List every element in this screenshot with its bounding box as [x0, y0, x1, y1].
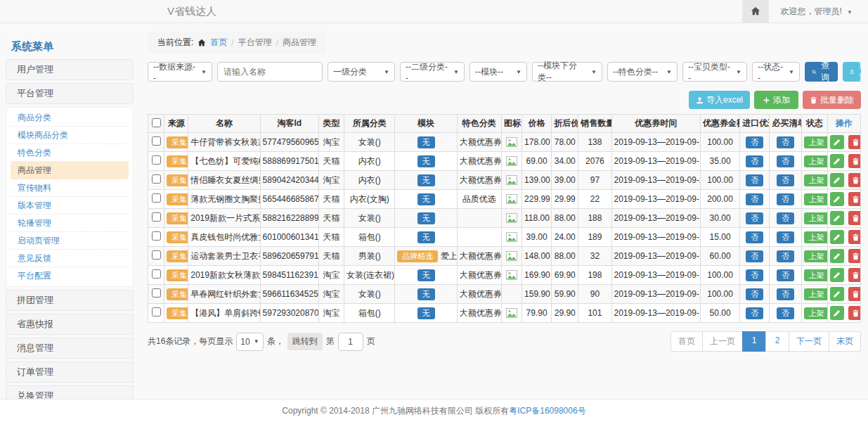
- imported-toggle[interactable]: 否: [746, 136, 763, 148]
- sidebar-item-carousel-management[interactable]: 轮播管理: [11, 215, 129, 232]
- module-badge[interactable]: 品牌精选: [397, 250, 438, 262]
- sidebar-item-version-management[interactable]: 版本管理: [11, 197, 129, 215]
- module-subcategory-select[interactable]: --模块下分类--▼: [532, 62, 602, 82]
- delete-button[interactable]: [848, 154, 860, 168]
- status-badge[interactable]: 上架: [804, 193, 828, 205]
- imported-toggle[interactable]: 否: [746, 193, 763, 205]
- status-badge[interactable]: 上架: [804, 269, 828, 281]
- user-menu[interactable]: 欢迎您，管理员! ▼: [769, 6, 868, 18]
- delete-button[interactable]: [848, 249, 860, 263]
- sidebar-item-promo-materials[interactable]: 宣传物料: [11, 179, 129, 197]
- sidebar-item-feedback[interactable]: 意见反馈: [11, 250, 129, 267]
- batch-delete-button[interactable]: 批量删除: [803, 91, 861, 109]
- edit-button[interactable]: [830, 306, 844, 320]
- imported-toggle[interactable]: 否: [746, 212, 763, 224]
- module-badge[interactable]: 无: [417, 269, 435, 281]
- status-badge[interactable]: 上架: [804, 250, 828, 262]
- edit-button[interactable]: [830, 135, 844, 149]
- sidebar-item-groupbuy-management[interactable]: 拼团管理: [6, 290, 134, 311]
- last-page-button[interactable]: 末页: [829, 331, 861, 352]
- module-badge[interactable]: 无: [417, 212, 435, 224]
- imported-toggle[interactable]: 否: [746, 288, 763, 300]
- module-select[interactable]: --模块--▼: [469, 62, 527, 82]
- module-badge[interactable]: 无: [417, 136, 435, 148]
- row-checkbox[interactable]: [152, 174, 161, 184]
- import-excel-button[interactable]: 导入excel: [689, 91, 750, 109]
- jump-page-input[interactable]: [338, 333, 363, 351]
- module-badge[interactable]: 无: [417, 307, 435, 319]
- imported-toggle[interactable]: 否: [746, 250, 763, 262]
- module-badge[interactable]: 无: [417, 288, 435, 300]
- home-button[interactable]: [742, 0, 769, 23]
- sidebar-item-message-management[interactable]: 消息管理: [6, 338, 134, 359]
- row-checkbox[interactable]: [152, 212, 161, 222]
- edit-button[interactable]: [830, 230, 844, 244]
- module-badge[interactable]: 无: [417, 193, 435, 205]
- module-badge[interactable]: 无: [417, 174, 435, 186]
- page-2-button[interactable]: 2: [765, 331, 789, 352]
- delete-button[interactable]: [848, 173, 860, 187]
- row-checkbox[interactable]: [152, 269, 161, 279]
- must-buy-toggle[interactable]: 否: [777, 231, 794, 243]
- next-page-button[interactable]: 下一页: [789, 331, 829, 352]
- select-all-checkbox[interactable]: [152, 118, 161, 127]
- sidebar-item-module-goods-category[interactable]: 模块商品分类: [11, 127, 129, 144]
- per-page-select[interactable]: 10▼: [236, 333, 263, 351]
- sidebar-item-platform-management[interactable]: 平台管理: [6, 83, 134, 104]
- delete-button[interactable]: [848, 211, 860, 225]
- imported-toggle[interactable]: 否: [746, 269, 763, 281]
- must-buy-toggle[interactable]: 否: [777, 155, 794, 167]
- sidebar-item-user-management[interactable]: 用户管理: [6, 59, 134, 80]
- imported-toggle[interactable]: 否: [746, 155, 763, 167]
- sidebar-item-saving-express[interactable]: 省惠快报: [6, 314, 134, 335]
- level2-category-select[interactable]: --二级分类--▼: [400, 62, 465, 82]
- delete-button[interactable]: [848, 287, 860, 301]
- status-badge[interactable]: 上架: [804, 136, 828, 148]
- level1-category-select[interactable]: 一级分类▼: [328, 62, 395, 82]
- status-badge[interactable]: 上架: [804, 212, 828, 224]
- sidebar-item-goods-category[interactable]: 商品分类: [11, 109, 129, 127]
- edit-button[interactable]: [830, 154, 844, 168]
- must-buy-toggle[interactable]: 否: [777, 193, 794, 205]
- sidebar-item-feature-category[interactable]: 特色分类: [11, 144, 129, 162]
- row-checkbox[interactable]: [152, 231, 161, 241]
- sidebar-item-goods-management[interactable]: 商品管理: [11, 162, 129, 179]
- row-checkbox[interactable]: [152, 250, 161, 260]
- must-buy-toggle[interactable]: 否: [777, 212, 794, 224]
- data-source-select[interactable]: --数据来源--▼: [148, 62, 212, 82]
- delete-button[interactable]: [848, 192, 860, 206]
- status-badge[interactable]: 上架: [804, 155, 828, 167]
- icp-link[interactable]: 粤ICP备16098006号: [509, 406, 585, 416]
- status-select[interactable]: --状态--▼: [752, 62, 800, 82]
- add-button[interactable]: 添加: [754, 91, 798, 109]
- must-buy-toggle[interactable]: 否: [777, 250, 794, 262]
- delete-button[interactable]: [848, 306, 860, 320]
- row-checkbox[interactable]: [152, 155, 161, 165]
- imported-toggle[interactable]: 否: [746, 174, 763, 186]
- must-buy-toggle[interactable]: 否: [777, 269, 794, 281]
- edit-button[interactable]: [830, 287, 844, 301]
- item-type-select[interactable]: --宝贝类型--▼: [682, 62, 747, 82]
- row-checkbox[interactable]: [152, 307, 161, 316]
- delete-button[interactable]: [848, 230, 860, 244]
- prev-page-button[interactable]: 上一页: [702, 331, 743, 352]
- edit-button[interactable]: [830, 249, 844, 263]
- sidebar-item-order-management[interactable]: 订单管理: [6, 362, 134, 383]
- row-checkbox[interactable]: [152, 136, 161, 146]
- row-checkbox[interactable]: [152, 288, 161, 298]
- delete-button[interactable]: [848, 268, 860, 282]
- edit-button[interactable]: [830, 173, 844, 187]
- name-search-input[interactable]: [217, 62, 323, 82]
- imported-toggle[interactable]: 否: [746, 231, 763, 243]
- row-checkbox[interactable]: [152, 193, 161, 203]
- imported-toggle[interactable]: 否: [746, 307, 763, 319]
- status-badge[interactable]: 上架: [804, 174, 828, 186]
- status-badge[interactable]: 上架: [804, 231, 828, 243]
- status-badge[interactable]: 上架: [804, 307, 828, 319]
- must-buy-toggle[interactable]: 否: [777, 174, 794, 186]
- first-page-button[interactable]: 首页: [671, 331, 703, 352]
- edit-button[interactable]: [830, 268, 844, 282]
- must-buy-toggle[interactable]: 否: [777, 288, 794, 300]
- must-buy-toggle[interactable]: 否: [777, 307, 794, 319]
- search-button[interactable]: 查询: [805, 62, 838, 82]
